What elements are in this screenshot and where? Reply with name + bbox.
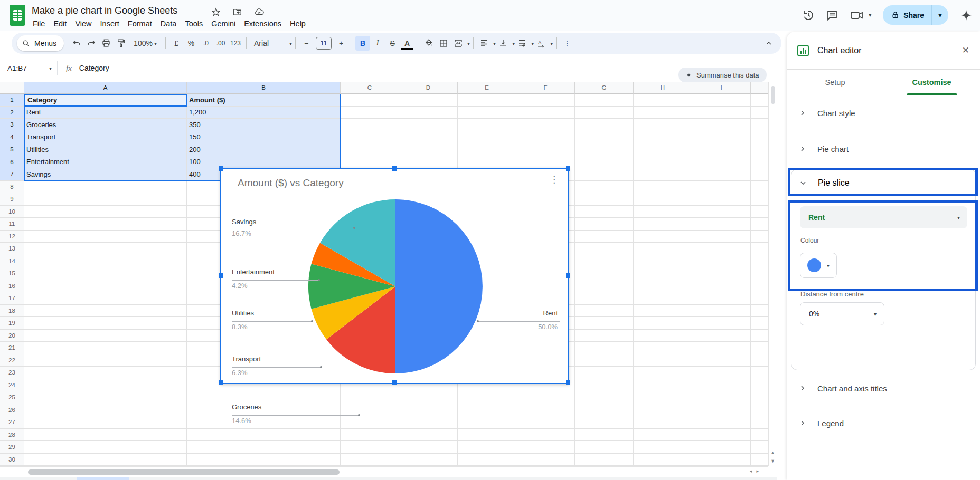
cell[interactable] <box>575 317 634 330</box>
cell[interactable] <box>634 156 692 169</box>
cell[interactable] <box>751 143 768 156</box>
toolbar-more-button[interactable]: ⋮ <box>560 36 574 51</box>
row-header-4[interactable]: 4 <box>0 131 24 144</box>
cell[interactable] <box>751 218 768 231</box>
row-header-5[interactable]: 5 <box>0 143 24 156</box>
column-header-c[interactable]: C <box>341 82 399 94</box>
cell[interactable] <box>24 454 187 466</box>
row-header-15[interactable]: 15 <box>0 267 24 280</box>
cell[interactable] <box>516 404 575 417</box>
cell[interactable] <box>692 231 751 243</box>
cell[interactable] <box>341 391 399 404</box>
cell[interactable] <box>634 168 692 181</box>
cell[interactable] <box>575 280 634 293</box>
row-header-14[interactable]: 14 <box>0 255 24 268</box>
cell[interactable] <box>751 193 768 206</box>
cell[interactable] <box>751 317 768 330</box>
strikethrough-button[interactable]: S <box>385 36 400 51</box>
cell[interactable] <box>24 379 187 392</box>
cell[interactable] <box>24 255 187 268</box>
document-title[interactable]: Make a pie chart in Google Sheets <box>32 5 177 16</box>
cell[interactable] <box>634 454 692 466</box>
cell[interactable] <box>692 330 751 342</box>
cell[interactable] <box>187 441 341 454</box>
cell[interactable] <box>458 94 516 107</box>
cell[interactable] <box>399 143 458 156</box>
cell[interactable]: Amount ($) <box>187 94 341 107</box>
borders-button[interactable] <box>436 36 451 51</box>
cell[interactable] <box>692 342 751 354</box>
cell[interactable] <box>692 143 751 156</box>
cell[interactable] <box>634 119 692 131</box>
cell[interactable] <box>634 342 692 354</box>
cell[interactable] <box>24 391 187 404</box>
cell[interactable] <box>575 416 634 429</box>
cell[interactable] <box>575 218 634 231</box>
row-header-22[interactable]: 22 <box>0 354 24 367</box>
cell[interactable] <box>458 156 516 169</box>
cell[interactable] <box>634 441 692 454</box>
cell[interactable] <box>575 107 634 119</box>
cell[interactable] <box>634 317 692 330</box>
name-box[interactable]: A1:B7 ▾ <box>0 64 57 72</box>
row-header-16[interactable]: 16 <box>0 280 24 293</box>
cell[interactable] <box>634 107 692 119</box>
cell[interactable] <box>458 119 516 131</box>
cell[interactable]: 100 <box>187 156 341 169</box>
cell[interactable] <box>692 441 751 454</box>
cell[interactable] <box>634 206 692 218</box>
cell[interactable] <box>575 267 634 280</box>
cell[interactable] <box>399 131 458 144</box>
cell[interactable]: 150 <box>187 131 341 144</box>
cell[interactable] <box>634 94 692 107</box>
cell[interactable] <box>692 416 751 429</box>
cell[interactable] <box>341 416 399 429</box>
cell[interactable] <box>516 391 575 404</box>
cell[interactable] <box>575 429 634 441</box>
section-pie-chart[interactable]: Pie chart <box>787 136 980 161</box>
cell[interactable]: Rent <box>24 107 187 119</box>
cell[interactable] <box>24 342 187 354</box>
cell[interactable] <box>692 367 751 379</box>
format-percent-button[interactable]: % <box>184 36 199 51</box>
cell[interactable] <box>751 391 768 404</box>
cell[interactable] <box>575 193 634 206</box>
cell[interactable] <box>692 119 751 131</box>
cell[interactable] <box>575 156 634 169</box>
cell[interactable] <box>692 107 751 119</box>
decrease-font-size-button[interactable]: − <box>299 36 314 51</box>
chart-resize-handle[interactable] <box>219 166 223 171</box>
cell[interactable] <box>634 243 692 255</box>
cell[interactable]: 350 <box>187 119 341 131</box>
cell[interactable] <box>751 119 768 131</box>
cell[interactable] <box>341 143 399 156</box>
cell[interactable] <box>458 391 516 404</box>
cell[interactable] <box>458 454 516 466</box>
row-header-24[interactable]: 24 <box>0 379 24 392</box>
scroll-left-right-icons[interactable]: ◂▸ <box>750 468 763 474</box>
row-header-3[interactable]: 3 <box>0 119 24 131</box>
cell[interactable] <box>634 330 692 342</box>
cell[interactable] <box>692 280 751 293</box>
cell[interactable]: 200 <box>187 143 341 156</box>
cell[interactable] <box>692 317 751 330</box>
cell[interactable] <box>341 94 399 107</box>
cell[interactable] <box>751 330 768 342</box>
menubar-item-edit[interactable]: Edit <box>49 18 71 30</box>
formula-input[interactable]: Category <box>79 64 109 72</box>
menus-search-button[interactable]: Menus <box>17 35 64 51</box>
row-header-10[interactable]: 10 <box>0 206 24 218</box>
cell[interactable] <box>692 379 751 392</box>
cell[interactable] <box>634 391 692 404</box>
cell[interactable]: 1,200 <box>187 107 341 119</box>
cell[interactable] <box>751 416 768 429</box>
cell[interactable] <box>751 367 768 379</box>
cell[interactable] <box>575 255 634 268</box>
cell[interactable] <box>692 255 751 268</box>
cell[interactable] <box>634 231 692 243</box>
cell[interactable] <box>575 119 634 131</box>
cell[interactable] <box>751 441 768 454</box>
row-header-13[interactable]: 13 <box>0 243 24 255</box>
cell[interactable] <box>751 429 768 441</box>
cell[interactable] <box>187 454 341 466</box>
